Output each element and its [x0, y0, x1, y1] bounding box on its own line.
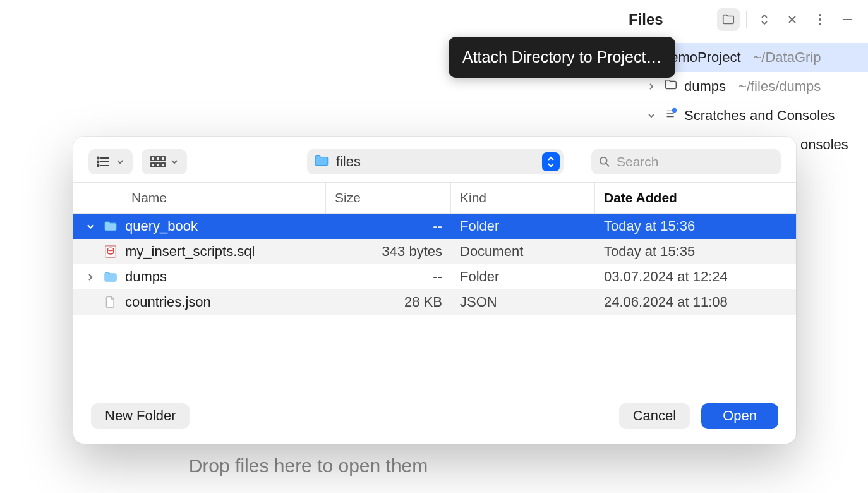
list-icon: [97, 156, 111, 167]
search-icon: [599, 155, 610, 168]
svg-rect-7: [151, 157, 155, 161]
file-date: 03.07.2024 at 12:24: [595, 269, 796, 285]
folder-icon: [664, 78, 678, 95]
search-input[interactable]: [617, 154, 773, 169]
drop-zone-text: Drop files here to open them: [189, 455, 428, 476]
panel-menu-button[interactable]: [809, 8, 831, 31]
file-size: 28 KB: [326, 294, 451, 310]
file-name: my_insert_scripts.sql: [125, 243, 255, 260]
tree-item-name: Scratches and Consoles: [684, 107, 835, 124]
folder-icon: [721, 13, 735, 27]
file-name: dumps: [125, 269, 167, 285]
tooltip: Attach Directory to Project…: [449, 37, 675, 78]
database-icon: [102, 243, 119, 260]
path-selector[interactable]: files: [307, 149, 564, 174]
svg-rect-11: [156, 163, 160, 167]
column-kind[interactable]: Kind: [451, 183, 595, 213]
files-panel-title: Files: [629, 11, 663, 28]
file-date: Today at 15:35: [595, 243, 796, 260]
tree-item-path: ~/files/dumps: [738, 78, 821, 95]
search-box[interactable]: [591, 149, 781, 174]
file-row[interactable]: dumps -- Folder 03.07.2024 at 12:24: [73, 264, 796, 289]
file-row[interactable]: my_insert_scripts.sql 343 bytes Document…: [73, 239, 796, 264]
tree-item-path: ~/DataGrip: [754, 49, 821, 66]
chevron-down-icon: [116, 158, 124, 166]
cancel-button[interactable]: Cancel: [619, 403, 690, 429]
open-button[interactable]: Open: [701, 403, 778, 429]
file-kind: JSON: [451, 294, 595, 310]
file-size: --: [326, 218, 451, 234]
svg-rect-12: [161, 163, 165, 167]
table-header: Name Size Kind Date Added: [73, 183, 796, 213]
document-icon: [102, 294, 119, 310]
path-label: files: [336, 154, 536, 170]
grid-icon: [150, 156, 166, 167]
file-list: query_book -- Folder Today at 15:36 my_i…: [73, 214, 796, 315]
column-label: Name: [131, 190, 167, 205]
svg-point-2: [819, 23, 821, 25]
toolbar-divider: [746, 11, 747, 28]
tree-item-name: dumps: [684, 78, 726, 95]
list-view-button[interactable]: [88, 149, 133, 174]
folder-icon: [102, 269, 119, 285]
svg-point-5: [97, 161, 99, 163]
chevron-down-icon: [645, 109, 658, 122]
file-name: countries.json: [125, 294, 211, 310]
file-date: 24.06.2024 at 11:08: [595, 294, 796, 310]
file-row[interactable]: countries.json 28 KB JSON 24.06.2024 at …: [73, 289, 796, 315]
file-open-dialog: files Name Size Kind Date Added: [73, 137, 796, 444]
svg-point-0: [819, 14, 821, 16]
minimize-icon: [841, 13, 854, 26]
file-size: 343 bytes: [326, 243, 451, 260]
chevron-down-icon: [171, 158, 178, 166]
path-stepper[interactable]: [542, 152, 560, 171]
file-date: Today at 15:36: [595, 218, 796, 234]
svg-rect-9: [161, 157, 165, 161]
expand-collapse-button[interactable]: [753, 8, 776, 31]
file-name: query_book: [125, 218, 198, 234]
column-label: Date Added: [604, 190, 677, 205]
file-size: --: [326, 269, 451, 285]
column-label: Size: [335, 190, 361, 205]
grid-view-button[interactable]: [142, 149, 187, 174]
column-label: Kind: [460, 190, 486, 205]
panel-toolbar: [753, 8, 859, 31]
folder-icon: [313, 152, 330, 171]
close-icon: [787, 14, 798, 25]
scratches-icon: [664, 107, 678, 125]
drop-zone-hint: Drop files here to open them: [0, 455, 617, 477]
svg-point-1: [819, 18, 821, 21]
svg-point-3: [672, 108, 677, 113]
svg-rect-8: [156, 157, 160, 161]
close-panel-button[interactable]: [781, 8, 804, 31]
file-kind: Folder: [451, 269, 595, 285]
chevron-up-down-icon: [759, 13, 770, 27]
files-panel-header: Files: [617, 0, 868, 39]
column-date[interactable]: Date Added: [595, 183, 796, 213]
file-row[interactable]: query_book -- Folder Today at 15:36: [73, 214, 796, 239]
chevron-right-icon: [645, 80, 658, 93]
chevron-up-down-icon: [546, 155, 555, 168]
tree-item-name: onsoles: [800, 137, 848, 153]
kebab-icon: [818, 13, 822, 26]
dialog-footer: New Folder Cancel Open: [73, 392, 796, 444]
attach-directory-button[interactable]: [717, 8, 740, 31]
dialog-toolbar: files: [73, 137, 796, 182]
column-size[interactable]: Size: [326, 183, 451, 213]
svg-point-4: [97, 157, 99, 159]
chevron-down-icon: [85, 222, 96, 231]
svg-point-6: [97, 165, 99, 167]
chevron-right-icon: [85, 273, 96, 281]
folder-icon: [102, 218, 119, 234]
tree-item-scratches[interactable]: Scratches and Consoles: [617, 101, 868, 130]
minimize-panel-button[interactable]: [836, 8, 859, 31]
svg-point-13: [600, 157, 607, 164]
svg-rect-10: [151, 163, 155, 167]
column-name[interactable]: Name: [73, 183, 326, 213]
new-folder-button[interactable]: New Folder: [91, 403, 190, 429]
file-kind: Folder: [451, 218, 595, 234]
file-kind: Document: [451, 243, 595, 260]
tooltip-text: Attach Directory to Project…: [462, 48, 661, 66]
